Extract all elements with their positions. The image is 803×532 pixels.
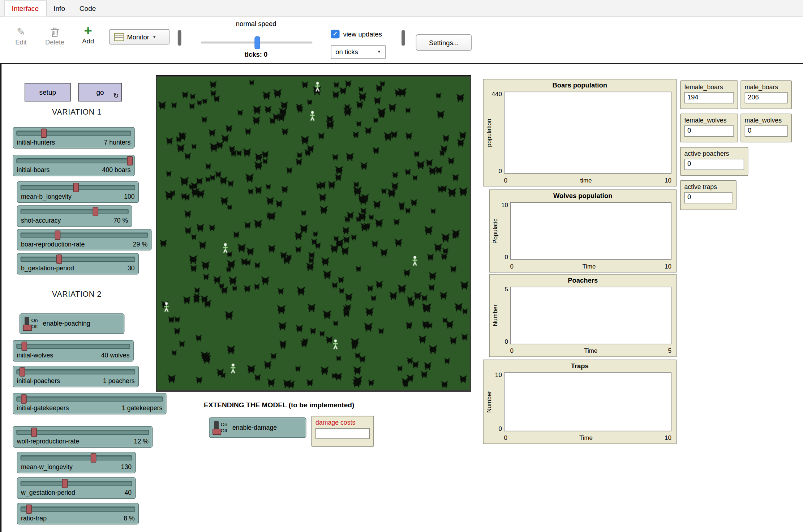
add-button[interactable]: + Add [78,24,98,45]
slider-initial-wolves[interactable]: initial-wolves40 wolves [13,340,133,362]
slider-label: initial-gatekeepers [17,405,69,412]
slider-w-gestation-period[interactable]: w_gestation-period40 [17,477,136,499]
tab-interface[interactable]: Interface [4,0,46,16]
slider-label: boar-reproduction-rate [21,241,85,248]
ticks-counter: ticks: 0 [205,51,307,58]
toolbar-separator [402,30,405,46]
slider-value: 7 hunters [104,139,131,146]
x-axis-min: 0 [504,177,507,184]
y-axis-label: Number [492,292,499,339]
slider-value: 130 [121,464,132,471]
x-axis-min: 0 [510,347,514,355]
slider-mean-b-longevity[interactable]: mean-b_longevity100 [17,181,139,203]
plot-title: Poachers [490,276,676,284]
switch-knob[interactable] [212,429,221,435]
slider-value: 1 poachers [103,377,135,385]
slider-value: 40 wolves [101,352,130,359]
slider-ratio-trap[interactable]: ratio-trap8 % [17,503,139,525]
slider-handle[interactable] [55,231,61,240]
switch-enable-damage[interactable]: On Off enable-damage [209,417,306,438]
slider-initial-poachers[interactable]: initial-poachers1 poachers [13,366,139,387]
slider-initial-hunters[interactable]: initial-hunters7 hunters [13,127,134,149]
on-label: On [31,318,38,324]
slider-handle[interactable] [20,367,25,377]
slider-handle[interactable] [41,129,47,138]
slider-track [21,209,129,214]
monitor-female-wolves: female_wolves 0 [680,114,738,142]
slider-label: wolf-reproduction-rate [17,438,79,445]
view-updates-checkbox[interactable]: ✓ [331,30,340,38]
tab-code[interactable]: Code [72,1,103,17]
damage-costs-input[interactable] [315,428,370,439]
settings-button[interactable]: Settings... [416,34,472,51]
x-axis-min: 0 [510,263,514,270]
slider-handle[interactable] [21,394,27,404]
slider-label: shot-accuracy [21,217,61,224]
slider-value: 400 boars [102,167,131,174]
slider-handle[interactable] [90,453,96,463]
world-canvas[interactable] [157,77,469,390]
switch-knob[interactable] [23,325,32,331]
slider-handle[interactable] [26,505,32,514]
slider-handle[interactable] [62,479,68,488]
slider-label: ratio-trap [21,515,47,522]
off-label: Off [31,324,38,330]
slider-value: 29 % [133,241,147,248]
world-view[interactable] [156,76,471,391]
slider-boar-reproduction-rate[interactable]: boar-reproduction-rate29 % [17,229,152,250]
extending-heading: EXTENDING THE MODEL (to be implemented) [204,401,354,409]
delete-button[interactable]: Delete [42,25,68,46]
x-axis-min: 0 [504,434,507,442]
go-button[interactable]: go ↻ [78,83,122,102]
pencil-icon: ✎ [10,25,32,38]
forever-icon: ↻ [113,92,119,99]
slider-track [21,455,132,460]
setup-button[interactable]: setup [25,83,71,102]
slider-value: 30 [128,265,135,272]
slider-handle[interactable] [22,342,27,351]
slider-mean-w-longevity[interactable]: mean-w_longevity130 [17,452,136,473]
x-axis-label: Time [582,263,596,270]
slider-value: 8 % [124,515,135,522]
slider-wolf-reproduction-rate[interactable]: wolf-reproduction-rate12 % [13,426,153,448]
plot-traps: Traps 10 Number 0 0 Time 10 [483,360,677,444]
monitor-active-traps: active traps 0 [680,180,737,210]
switch-enable-poaching[interactable]: On Off enable-poaching [20,313,125,334]
plot-title: Boars population [484,81,676,89]
switch-groove[interactable] [214,421,219,434]
slider-track [16,130,131,136]
y-axis-min: 0 [493,338,508,345]
trash-icon [42,25,68,38]
slider-handle[interactable] [31,428,37,437]
slider-label: b_gestation-period [21,265,74,272]
y-axis-label: Populatic [492,207,499,254]
edit-button[interactable]: ✎ Edit [10,25,32,46]
monitor-male-wolves: male_wolves 0 [740,114,792,142]
slider-handle[interactable] [56,254,62,264]
slider-shot-accuracy[interactable]: shot-accuracy70 % [17,205,132,227]
damage-costs-widget: damage costs [312,416,374,447]
slider-handle[interactable] [93,207,99,216]
monitor-value: 0 [684,159,744,170]
monitor-label: male_wolves [745,117,788,124]
toolbar-separator [178,30,181,46]
plus-icon: + [78,24,98,38]
slider-initial-gatekeepers[interactable]: initial-gatekeepers1 gatekeepers [13,393,166,415]
plot-poachers: Poachers 5 Number 0 0 Time 5 [489,274,677,357]
tab-info[interactable]: Info [46,1,72,17]
switch-groove[interactable] [25,317,29,330]
slider-handle[interactable] [127,156,133,166]
plot-area [510,202,671,260]
widget-type-dropdown[interactable]: Monitor ▼ [109,29,169,45]
slider-track [21,257,135,262]
monitor-active-poachers: active poachers 0 [680,147,748,176]
slider-initial-boars[interactable]: initial-boars400 boars [13,155,134,176]
slider-handle[interactable] [73,183,79,192]
slider-b-gestation-period[interactable]: b_gestation-period30 [17,253,139,275]
update-mode-select[interactable]: on ticks ▼ [331,45,386,59]
view-updates-row: ✓ view updates [331,30,382,38]
plot-wolves-population: Wolves population 10 Populatic 0 0 Time … [489,189,677,273]
switch-name: enable-poaching [43,320,90,327]
off-label: Off [221,428,227,434]
speed-slider-handle[interactable] [254,37,260,49]
